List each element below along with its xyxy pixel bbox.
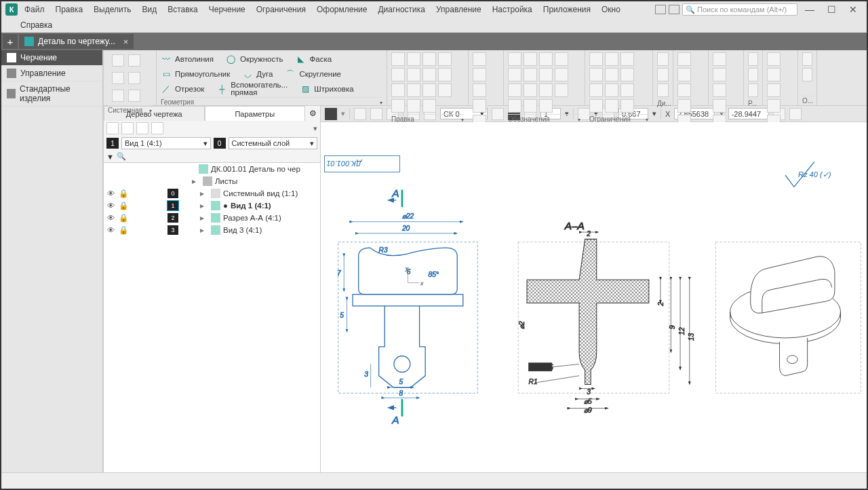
tool-auxline[interactable]: ┼Вспомогатель... прямая <box>216 82 288 96</box>
anno-tool-4[interactable] <box>555 52 568 66</box>
visibility-icon[interactable]: 👁 <box>106 214 116 222</box>
visibility-icon[interactable]: 👁 <box>106 226 116 234</box>
con-tool-8[interactable] <box>605 83 618 97</box>
window-maximize-button[interactable]: ☐ <box>822 3 841 16</box>
system-group-dropdown[interactable] <box>151 107 152 114</box>
tree-root[interactable]: ДК.001.01 Деталь по чер <box>104 163 320 175</box>
tree-sheets[interactable]: ▸Листы <box>104 175 320 187</box>
new-tab-button[interactable]: + <box>3 34 18 49</box>
con-tool-6[interactable] <box>620 68 634 81</box>
visibility-icon[interactable]: 👁 <box>106 189 116 197</box>
edit-tool-4[interactable] <box>438 52 452 66</box>
expand-icon[interactable]: ▸ <box>192 176 200 186</box>
open-doc-button[interactable] <box>128 54 140 67</box>
con-tool-7[interactable] <box>589 83 603 97</box>
o-tool-2[interactable] <box>802 68 812 81</box>
tool-rectangle[interactable]: ▭Прямоугольник <box>161 67 230 81</box>
menu-view[interactable]: Вид <box>138 3 161 16</box>
anno-tool-11[interactable] <box>539 83 553 97</box>
lock-icon[interactable]: 🔒 <box>119 189 128 198</box>
panel-icon-4[interactable] <box>151 122 163 134</box>
anno-tool-12[interactable] <box>555 83 568 97</box>
con-tool-2[interactable] <box>605 52 618 66</box>
tool-chamfer[interactable]: ◣Фаска <box>296 52 332 66</box>
anno-tool-15[interactable] <box>539 99 553 113</box>
tree-section-aa[interactable]: 👁🔒 2 ▸Разрез А-А (4:1) <box>104 212 320 224</box>
r-tool-1[interactable] <box>748 52 758 66</box>
geometry-group-dropdown[interactable] <box>381 98 382 106</box>
tree-view3[interactable]: 👁🔒 3 ▸Вид 3 (4:1) <box>104 224 320 236</box>
dim-tool-3[interactable] <box>473 83 486 97</box>
dim-tool-2[interactable] <box>473 68 486 81</box>
tls-tool-1[interactable] <box>767 52 781 66</box>
menu-diagnostics[interactable]: Диагностика <box>374 3 429 16</box>
mode-manage[interactable]: Управление <box>1 66 102 81</box>
vt-pick-button[interactable] <box>325 108 337 120</box>
tool-fillet[interactable]: ⌒Скругление <box>285 67 341 81</box>
tree-view1[interactable]: 👁🔒 1 ▸● Вид 1 (4:1) <box>104 200 320 212</box>
menu-select[interactable]: Выделить <box>90 3 135 16</box>
visibility-icon[interactable]: 👁 <box>106 202 116 210</box>
edit-tool-8[interactable] <box>438 68 452 81</box>
vt-tool-2[interactable] <box>370 108 382 120</box>
lock-icon[interactable]: 🔒 <box>119 201 128 210</box>
window-minimize-button[interactable]: — <box>800 3 819 16</box>
menu-help[interactable]: Справка <box>20 20 52 30</box>
r-tool-3[interactable] <box>748 83 758 97</box>
panel-settings-button[interactable]: ⚙ <box>305 106 320 121</box>
tree-sysview[interactable]: 👁🔒 0 ▸Системный вид (1:1) <box>104 187 320 200</box>
current-layer-dropdown[interactable]: Системный слой▾ <box>229 137 318 149</box>
diag-tool-2[interactable] <box>657 68 669 81</box>
view-tool-1[interactable] <box>677 52 691 66</box>
tls-tool-4[interactable] <box>767 99 781 113</box>
view-tool-4[interactable] <box>677 99 691 113</box>
close-tab-button[interactable]: × <box>123 37 129 47</box>
window-close-button[interactable]: ✕ <box>844 3 863 16</box>
edit-tool-15[interactable] <box>422 99 436 113</box>
filter-search-icon[interactable]: 🔍 <box>117 152 126 161</box>
anno-tool-7[interactable] <box>539 68 553 81</box>
print-button[interactable] <box>112 72 124 84</box>
con-tool-9[interactable] <box>620 83 634 97</box>
edit-tool-7[interactable] <box>422 68 436 81</box>
con-tool-12[interactable] <box>620 99 634 113</box>
dim-tool-4[interactable] <box>473 99 486 113</box>
tool-arc[interactable]: ◡Дуга <box>242 67 273 81</box>
lock-icon[interactable]: 🔒 <box>119 213 128 223</box>
tool-autoline[interactable]: 〰Автолиния <box>161 52 214 66</box>
drawing-canvas[interactable]: ДК.001.01 Rz 40 (✓) А <box>321 122 867 472</box>
mode-drawing[interactable]: Черчение <box>1 50 102 66</box>
menu-constraints[interactable]: Ограничения <box>252 3 310 16</box>
con-tool-4[interactable] <box>589 68 603 81</box>
lock-icon[interactable]: 🔒 <box>119 225 128 235</box>
panel-icon-2[interactable] <box>121 122 134 134</box>
document-tab[interactable]: Деталь по чертежу... × <box>19 34 134 49</box>
new-doc-button[interactable] <box>112 54 124 67</box>
o-tool-1[interactable] <box>802 52 812 66</box>
con-tool-3[interactable] <box>620 52 634 66</box>
con-tool-1[interactable] <box>589 52 603 66</box>
edit-tool-11[interactable] <box>422 83 436 97</box>
anno-tool-9[interactable] <box>508 83 521 97</box>
save-button[interactable] <box>128 72 140 84</box>
menu-apps[interactable]: Приложения <box>539 3 595 16</box>
panel-icon-3[interactable] <box>136 122 149 134</box>
anno-tool-3[interactable] <box>539 52 553 66</box>
edit-tool-5[interactable] <box>391 68 405 81</box>
anno-tool-5[interactable] <box>508 68 521 81</box>
command-search-input[interactable]: 🔍 Поиск по командам (Alt+/) <box>682 3 797 16</box>
menu-format[interactable]: Оформление <box>313 3 371 16</box>
menu-manage[interactable]: Управление <box>432 3 486 16</box>
menu-edit[interactable]: Правка <box>52 3 87 16</box>
tool-segment[interactable]: ／Отрезок <box>161 82 204 96</box>
edit-tool-6[interactable] <box>407 68 420 81</box>
ins-tool-1[interactable] <box>713 52 726 66</box>
view-tool-2[interactable] <box>677 68 691 81</box>
edit-tool-3[interactable] <box>422 52 436 66</box>
anno-tool-14[interactable] <box>524 99 537 113</box>
ins-tool-3[interactable] <box>713 83 726 97</box>
r-tool-2[interactable] <box>748 68 758 81</box>
dim-tool-1[interactable] <box>473 52 486 66</box>
menu-insert[interactable]: Вставка <box>163 3 202 16</box>
panel-dropdown-icon[interactable]: ▾ <box>313 124 317 133</box>
